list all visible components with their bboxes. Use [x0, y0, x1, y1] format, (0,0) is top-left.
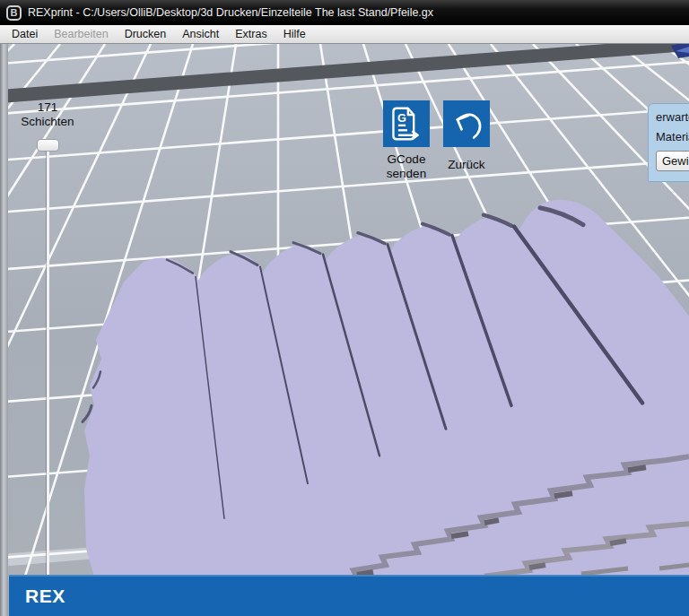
svg-text:G: G [397, 111, 406, 125]
model-pfeile[interactable] [83, 200, 689, 616]
weight-button[interactable]: Gewich [656, 151, 689, 171]
window-border-left [0, 44, 8, 616]
rexprint-window: B REXprint - C:/Users/OlliB/Desktop/3d D… [0, 0, 689, 616]
window-title: REXprint - C:/Users/OlliB/Desktop/3d Dru… [28, 6, 433, 19]
material-label: Materia [656, 130, 689, 143]
back-label: Zurück [425, 158, 508, 172]
gcode-file-icon: G [388, 106, 424, 142]
app-icon: B [6, 5, 22, 21]
expected-label: erwarte [656, 110, 689, 124]
layer-count-value: 171 [12, 100, 83, 115]
viewport-3d[interactable]: 171 Schichten 171 G GCode senden [0, 44, 689, 616]
print-info-panel: erwarte Materia Gewich [648, 103, 689, 182]
layer-slider-handle[interactable] [37, 139, 59, 152]
menu-extras[interactable]: Extras [227, 28, 275, 40]
build-plate-scene[interactable] [0, 44, 689, 616]
menu-hilfe[interactable]: Hilfe [275, 28, 314, 40]
footer-bar: REX [9, 575, 689, 616]
layer-count-unit: Schichten [12, 115, 83, 129]
gcode-send-button[interactable]: G [383, 100, 430, 147]
titlebar: B REXprint - C:/Users/OlliB/Desktop/3d D… [0, 0, 689, 25]
menu-drucken[interactable]: Drucken [117, 28, 175, 40]
back-button[interactable] [443, 100, 490, 147]
menu-bearbeiten[interactable]: Bearbeiten [46, 28, 116, 40]
menubar: Datei Bearbeiten Drucken Ansicht Extras … [0, 25, 689, 44]
layer-slider-track[interactable] [47, 150, 49, 589]
menu-ansicht[interactable]: Ansicht [174, 28, 227, 40]
layer-count-label: 171 Schichten [12, 100, 83, 129]
menu-datei[interactable]: Datei [4, 28, 46, 40]
back-arrow-icon [449, 106, 484, 142]
brand-logo: REX [25, 586, 65, 607]
